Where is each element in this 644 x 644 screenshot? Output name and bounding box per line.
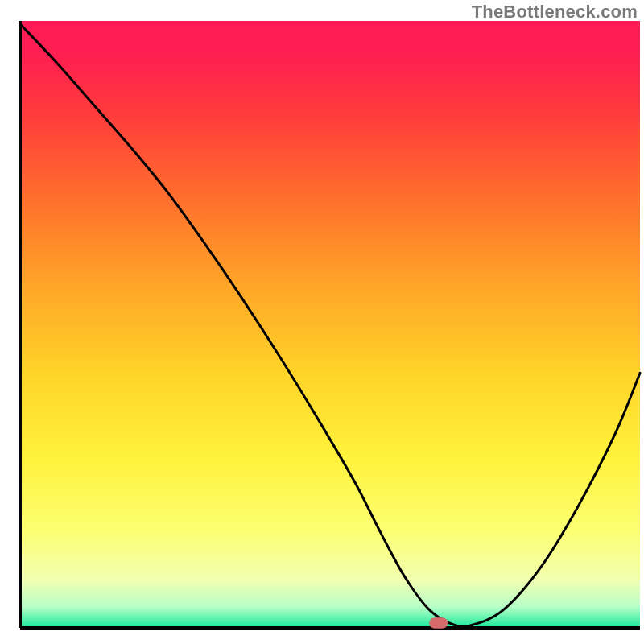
chart-container: TheBottleneck.com xyxy=(0,0,644,644)
watermark-text: TheBottleneck.com xyxy=(472,2,638,23)
optimal-marker xyxy=(429,617,448,629)
gradient-background xyxy=(20,21,640,628)
bottleneck-chart xyxy=(0,0,644,644)
